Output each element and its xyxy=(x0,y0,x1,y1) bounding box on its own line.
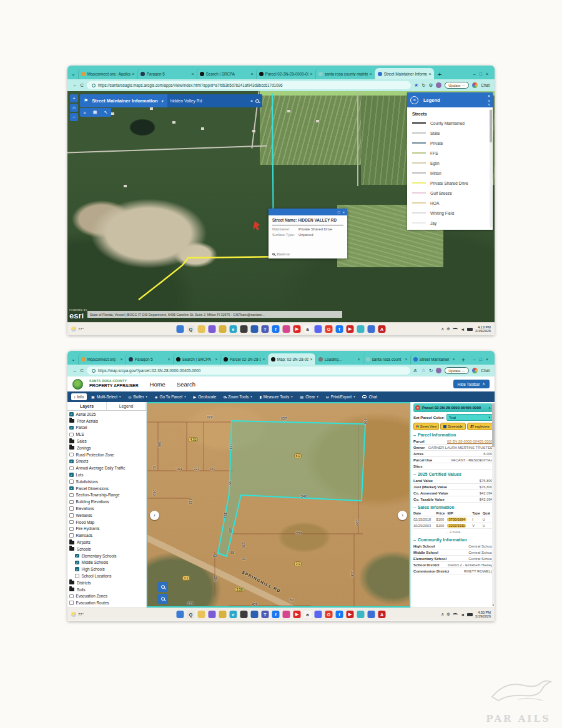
discord-icon[interactable] xyxy=(315,611,322,618)
browser-tab[interactable]: Loading...× xyxy=(315,353,363,365)
mail-icon[interactable] xyxy=(219,325,227,333)
browser-tab[interactable]: Parcel 02-3N-28-0× xyxy=(220,353,268,365)
layer-checkbox[interactable]: ✓ xyxy=(75,561,79,565)
browser-tab[interactable]: Street Maintainer× xyxy=(410,353,458,365)
new-tab-button[interactable]: + xyxy=(458,356,469,365)
toolbar-chat[interactable]: Chat xyxy=(359,393,380,400)
tab-close-icon[interactable]: × xyxy=(263,357,265,362)
layer-checkbox[interactable] xyxy=(69,433,74,437)
layer-item-elementary-schools[interactable]: ✓Elementary Schools xyxy=(67,553,146,559)
panel-scroll-down-icon[interactable]: ▾ xyxy=(492,603,494,607)
layer-checkbox[interactable] xyxy=(75,574,79,578)
facebook-alt-icon[interactable]: f xyxy=(336,325,343,333)
layer-item-parcel[interactable]: ✓Parcel xyxy=(67,425,146,431)
layer-checkbox[interactable]: ✓ xyxy=(75,567,79,571)
layer-item-subdivisions[interactable]: Subdivisions xyxy=(67,478,146,485)
layer-checkbox[interactable] xyxy=(69,493,74,498)
tab-close-icon[interactable]: × xyxy=(429,72,431,76)
layer-item-wetlands[interactable]: Wetlands xyxy=(67,512,146,519)
browser-tab[interactable]: Street Maintainer Informati× xyxy=(375,68,434,79)
layer-checkbox[interactable]: ✓ xyxy=(69,426,74,430)
browser-tab[interactable]: Parcel 02-3N-28-0000-0040× xyxy=(256,68,315,79)
toolbar-go-to-parcel[interactable]: ◈Go To Parcel▾ xyxy=(152,393,189,400)
layer-item-elevations[interactable]: Elevations xyxy=(67,505,146,512)
book-page-link[interactable]: 2202/1911 xyxy=(447,524,466,528)
wifi-icon[interactable] xyxy=(453,613,458,616)
layer-item-building-elevations[interactable]: Building Elevations xyxy=(67,498,146,505)
layer-item-evacuation-zones[interactable]: Evacuation Zones xyxy=(67,593,146,600)
layer-item-parcel-dimensions[interactable]: ✓Parcel Dimensions xyxy=(67,485,146,492)
pan-right-arrow[interactable]: › xyxy=(398,511,407,520)
browser-tab[interactable]: Mgoconnect.org : Applicati× xyxy=(78,68,137,79)
layer-item-mls[interactable]: MLS xyxy=(67,431,146,438)
url-field[interactable]: https://santarosagis.maps.arcgis.com/app… xyxy=(87,81,411,89)
layer-item-section-township-range[interactable]: Section-Township-Range xyxy=(67,492,146,499)
layer-checkbox[interactable] xyxy=(69,480,74,484)
section-sales-information[interactable]: –Sales Information xyxy=(413,505,493,509)
edge-icon[interactable]: e xyxy=(230,611,237,618)
layer-item-lots[interactable]: ✓Lots xyxy=(67,471,146,478)
acrobat-icon[interactable]: A xyxy=(378,325,386,333)
layer-checkbox[interactable]: ✓ xyxy=(69,412,74,416)
section-parcel-information[interactable]: –Parcel Information xyxy=(413,433,493,437)
layer-item-zonings[interactable]: Zonings xyxy=(67,445,146,451)
select-arrow-icon[interactable]: ↖ xyxy=(104,110,108,115)
tab-close-icon[interactable]: × xyxy=(310,357,313,362)
tab-close-icon[interactable]: × xyxy=(358,357,360,362)
layer-checkbox[interactable] xyxy=(69,453,74,457)
window-controls[interactable]: –□× xyxy=(473,357,492,365)
window-controls[interactable]: –□× xyxy=(473,72,492,79)
toolbar-clear[interactable]: ▤Clear▾ xyxy=(297,393,322,400)
url-field[interactable]: https://map.srcpa.gov/?parcel=02-3N-28-0… xyxy=(87,366,410,375)
layer-item-fire-hydrants[interactable]: Fire Hydrants xyxy=(67,526,146,533)
parcel-map-canvas[interactable]: 3296576064.32255261531643311676516.05462… xyxy=(147,402,410,607)
tab-close-icon[interactable]: × xyxy=(405,357,408,362)
clock[interactable]: 4:30 PM2/19/2026 xyxy=(475,611,491,619)
streetside-button[interactable]: Streetside xyxy=(440,423,466,430)
tray-chevron-icon[interactable]: ∧ xyxy=(441,327,444,332)
tab-close-icon[interactable]: × xyxy=(121,357,123,362)
chat-extension-icon[interactable] xyxy=(472,368,478,373)
street-search-box[interactable]: hidden Valley Rd × xyxy=(167,94,262,107)
browser-tab[interactable]: santa rosa county maintain× xyxy=(315,68,375,79)
taskbar-weather[interactable]: 77° xyxy=(71,612,84,617)
back-icon[interactable]: ← xyxy=(72,368,77,373)
tab-close-icon[interactable]: × xyxy=(310,72,313,76)
layer-item-annual-average-daily-traffic[interactable]: Annual Average Daily Traffic xyxy=(67,465,146,471)
zoom-in-button[interactable]: + xyxy=(70,94,78,102)
start-icon[interactable] xyxy=(177,325,184,333)
network-globe-icon[interactable]: ⊕ xyxy=(446,327,450,332)
opera-icon[interactable]: O xyxy=(325,611,333,618)
bookmark-star-icon[interactable]: ☆ xyxy=(422,368,426,373)
layer-item-sales[interactable]: Sales xyxy=(67,438,146,445)
layer-checkbox[interactable] xyxy=(69,500,74,504)
amazon-icon[interactable]: a xyxy=(304,611,312,618)
toolbar-measure-tools[interactable]: ▮Measure Tools▾ xyxy=(256,393,295,400)
layer-checkbox[interactable] xyxy=(69,520,74,524)
toolbar-buffer[interactable]: ◎Buffer▾ xyxy=(125,393,150,400)
update-button[interactable]: Update ⋯ xyxy=(445,82,469,89)
firefox-icon[interactable] xyxy=(368,611,375,618)
site-info-icon[interactable] xyxy=(92,369,96,373)
opera-icon[interactable]: O xyxy=(325,325,333,333)
srcpa-logo[interactable] xyxy=(72,379,83,390)
facebook-icon[interactable]: f xyxy=(272,611,280,618)
zoom-to-link[interactable]: Zoom to xyxy=(272,252,290,256)
search-icon[interactable] xyxy=(255,99,259,103)
search-icon[interactable]: Q xyxy=(187,325,195,333)
taskbar-weather[interactable]: 77° xyxy=(71,327,84,332)
search-icon[interactable]: Q xyxy=(187,611,195,618)
paint-icon[interactable] xyxy=(357,611,365,618)
mail-icon[interactable] xyxy=(219,611,227,618)
sales-more-link[interactable]: ... 2 more xyxy=(413,529,493,535)
sync-icon[interactable]: ↻ xyxy=(429,368,433,373)
camera-icon[interactable] xyxy=(240,325,248,333)
youtube-icon[interactable]: ▶ xyxy=(293,611,301,618)
photos-icon[interactable] xyxy=(209,611,216,618)
edge-icon[interactable]: e xyxy=(230,325,237,333)
file-explorer-icon[interactable] xyxy=(198,325,205,333)
layer-checkbox[interactable]: ✓ xyxy=(69,473,74,477)
reload-icon[interactable]: C xyxy=(81,82,84,88)
zoom-out-button[interactable]: − xyxy=(70,113,78,121)
layer-item-high-schools[interactable]: ✓High Schools xyxy=(67,566,146,573)
